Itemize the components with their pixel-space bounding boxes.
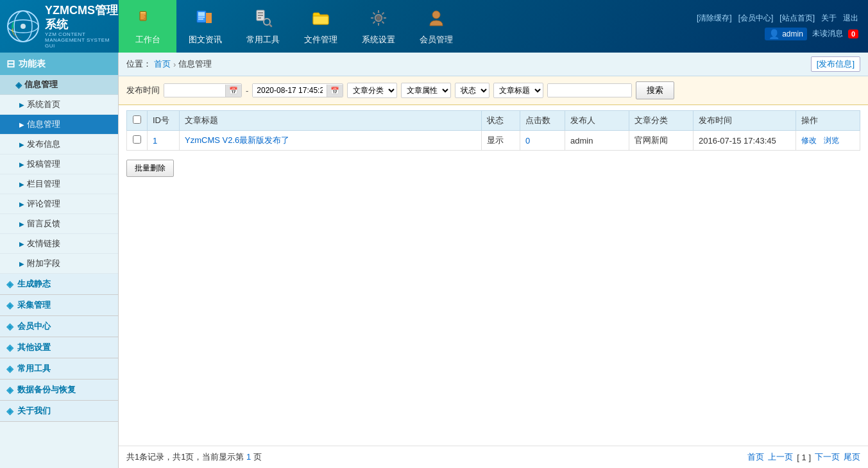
- date-end-cal-btn[interactable]: 📅: [327, 85, 343, 97]
- page-current: [ 1 ]: [797, 453, 811, 462]
- sidebar-group-about[interactable]: ◈ 关于我们: [0, 401, 118, 422]
- sidebar-group-info-label: 信息管理: [24, 79, 58, 90]
- content-area: 位置： 首页 › 信息管理 [发布信息] 发布时间 📅 - 📅 文章分类: [119, 53, 868, 468]
- category-select[interactable]: 文章分类: [347, 83, 397, 98]
- sidebar: ⊟ 功能表 ◈ 信息管理 ▶ 系统首页 ▶ 信息管理 ▶ 发布信息 ▶ 投稿管理…: [0, 53, 119, 468]
- bullet-icon-4: ▶: [19, 181, 24, 188]
- pagination-info-text: 共1条记录，共1页，当前显示第 1 页: [126, 452, 262, 462]
- row-checkbox[interactable]: [133, 135, 141, 144]
- nav-tab-news[interactable]: 图文资讯: [176, 0, 234, 53]
- svg-line-28: [382, 21, 384, 23]
- row-edit-link[interactable]: 修改: [801, 136, 817, 145]
- bullet-icon-3: ▶: [19, 161, 24, 168]
- th-ops: 操作: [796, 111, 860, 131]
- sidebar-item-extrafields[interactable]: ▶ 附加字段: [0, 254, 118, 274]
- clear-cache-link[interactable]: [清除缓存]: [697, 13, 732, 24]
- th-author: 发布人: [565, 111, 629, 131]
- status-select[interactable]: 状态: [455, 83, 489, 98]
- msg-label: 未读消息: [812, 28, 843, 39]
- sidebar-group-member[interactable]: ◈ 会员中心: [0, 316, 118, 337]
- date-end-input[interactable]: [253, 84, 327, 97]
- about-link[interactable]: 关于: [821, 13, 837, 24]
- attribute-select[interactable]: 文章属性: [401, 83, 451, 98]
- sidebar-group-info[interactable]: ◈ 信息管理: [0, 75, 118, 95]
- breadcrumb-prefix: 位置：: [126, 58, 151, 70]
- search-text-wrap: [547, 83, 632, 97]
- sidebar-item-contribution[interactable]: ▶ 投稿管理: [0, 155, 118, 174]
- bullet-icon-7: ▶: [19, 240, 24, 247]
- row-category-cell: 官网新闻: [629, 131, 694, 151]
- page-next-link[interactable]: 下一页: [815, 451, 840, 463]
- svg-point-3: [21, 24, 26, 29]
- svg-rect-9: [140, 18, 144, 19]
- sidebar-group-tools[interactable]: ◈ 常用工具: [0, 358, 118, 380]
- sidebar-item-columns-label: 栏目管理: [27, 178, 60, 190]
- sidebar-item-links[interactable]: ▶ 友情链接: [0, 234, 118, 254]
- sidebar-group-collect-label: 采集管理: [17, 299, 51, 311]
- sidebar-group-static[interactable]: ◈ 生成静态: [0, 274, 118, 295]
- sidebar-item-info-label: 信息管理: [27, 119, 60, 130]
- sidebar-item-contrib-label: 投稿管理: [27, 158, 60, 170]
- nav-tab-workbench[interactable]: 工作台: [119, 0, 176, 53]
- row-clicks-link[interactable]: 0: [525, 136, 530, 146]
- batch-delete-button[interactable]: 批量删除: [126, 160, 174, 177]
- svg-rect-31: [377, 16, 380, 20]
- sidebar-group-other[interactable]: ◈ 其他设置: [0, 337, 118, 358]
- search-field-select[interactable]: 文章标题: [493, 83, 543, 98]
- site-home-link[interactable]: [站点首页]: [779, 13, 815, 24]
- nav-tab-members[interactable]: 会员管理: [407, 0, 465, 53]
- nav-tab-members-label: 会员管理: [420, 34, 453, 46]
- row-id-link[interactable]: 1: [153, 136, 157, 146]
- page-first-link[interactable]: 首页: [747, 451, 764, 463]
- sidebar-item-publish[interactable]: ▶ 发布信息: [0, 135, 118, 155]
- sidebar-group-backup[interactable]: ◈ 数据备份与恢复: [0, 380, 118, 401]
- sidebar-group-member-label: 会员中心: [17, 321, 51, 332]
- breadcrumb-home[interactable]: 首页: [154, 58, 171, 70]
- row-status-cell: 显示: [482, 131, 520, 151]
- app-title: YZMCMS管理系统: [45, 4, 119, 31]
- data-table: ID号 文章标题 状态 点击数 发布人 文章分类 发布时间 操作: [126, 110, 860, 151]
- pagination-links: 首页 上一页 [ 1 ] 下一页 尾页: [747, 451, 860, 463]
- workbench-icon: [137, 8, 158, 31]
- sidebar-header-icon: ⊟: [6, 58, 15, 70]
- sidebar-item-home[interactable]: ▶ 系统首页: [0, 95, 118, 115]
- sidebar-item-comments[interactable]: ▶ 评论管理: [0, 194, 118, 214]
- row-title-link[interactable]: YzmCMS V2.6最新版发布了: [185, 135, 289, 145]
- sidebar-group-other-label: 其他设置: [17, 342, 51, 353]
- date-start-cal-btn[interactable]: 📅: [225, 85, 241, 97]
- nav-tab-workbench-label: 工作台: [135, 34, 160, 46]
- th-time: 发布时间: [694, 111, 796, 131]
- search-button[interactable]: 搜索: [636, 81, 674, 99]
- svg-line-29: [382, 12, 384, 14]
- page-last-link[interactable]: 尾页: [844, 451, 860, 463]
- publish-info-link[interactable]: [发布信息]: [811, 56, 860, 72]
- svg-rect-18: [258, 17, 261, 19]
- table-row: 1 YzmCMS V2.6最新版发布了 显示 0 admin 官网新闻 2016…: [127, 131, 860, 151]
- member-center-link[interactable]: [会员中心]: [738, 13, 774, 24]
- nav-tab-tools-label: 常用工具: [246, 34, 280, 46]
- row-clicks-cell: 0: [520, 131, 565, 151]
- logout-link[interactable]: 退出: [843, 13, 858, 24]
- date-start-input[interactable]: [164, 84, 225, 97]
- search-text-input[interactable]: [548, 84, 631, 97]
- search-bar: 发布时间 📅 - 📅 文章分类 文章属性 状态 文章标题: [119, 76, 868, 105]
- sidebar-group-collect[interactable]: ◈ 采集管理: [0, 295, 118, 316]
- sidebar-item-messages[interactable]: ▶ 留言反馈: [0, 214, 118, 234]
- top-right-area: [清除缓存] [会员中心] [站点首页] 关于 退出 👤 admin 未读消息 …: [697, 13, 868, 40]
- svg-rect-5: [140, 12, 146, 13]
- row-view-link[interactable]: 浏览: [824, 136, 839, 145]
- sidebar-item-messages-label: 留言反馈: [27, 218, 60, 230]
- pagination-info: 共1条记录，共1页，当前显示第 1 页: [126, 451, 262, 463]
- svg-rect-6: [140, 14, 146, 15]
- select-all-checkbox[interactable]: [133, 115, 141, 124]
- nav-tab-settings[interactable]: 系统设置: [350, 0, 407, 53]
- nav-tab-tools[interactable]: 常用工具: [234, 0, 292, 53]
- sidebar-item-info-manage[interactable]: ▶ 信息管理: [0, 115, 118, 135]
- nav-tab-files[interactable]: 文件管理: [292, 0, 350, 53]
- bullet-icon-6: ▶: [19, 221, 24, 228]
- svg-rect-17: [258, 15, 263, 16]
- row-author-cell: admin: [565, 131, 629, 151]
- sidebar-item-columns[interactable]: ▶ 栏目管理: [0, 174, 118, 194]
- top-right-links: [清除缓存] [会员中心] [站点首页] 关于 退出: [697, 13, 858, 24]
- page-prev-link[interactable]: 上一页: [768, 451, 793, 463]
